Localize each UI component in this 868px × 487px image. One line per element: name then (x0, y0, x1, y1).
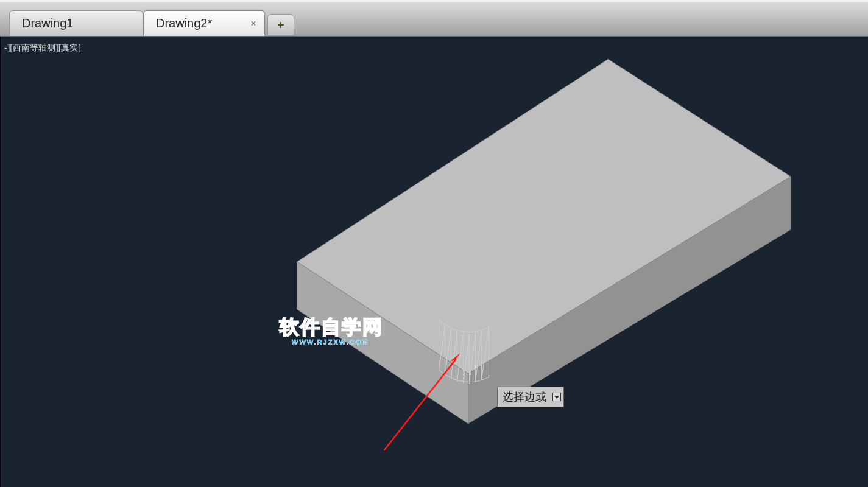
tab-bar: Drawing1 Drawing2* × (0, 0, 868, 37)
tab-label: Drawing2* (156, 16, 212, 30)
plus-icon (277, 21, 285, 29)
tab-drawing2[interactable]: Drawing2* × (143, 10, 265, 36)
watermark-text: 软件自学网 (280, 314, 383, 341)
dropdown-icon[interactable] (552, 393, 561, 401)
svg-rect-1 (278, 24, 284, 26)
watermark-url: WWW.RJZXW.COM (292, 338, 369, 346)
new-tab-button[interactable] (267, 14, 294, 36)
tooltip-text: 选择边或 (503, 390, 546, 404)
viewport-3d[interactable]: -][西南等轴测][真实] (0, 37, 868, 487)
command-tooltip: 选择边或 (497, 387, 564, 407)
tab-drawing1[interactable]: Drawing1 (9, 10, 143, 36)
close-icon[interactable]: × (249, 19, 258, 29)
tab-label: Drawing1 (22, 16, 73, 30)
3d-model (1, 37, 868, 487)
